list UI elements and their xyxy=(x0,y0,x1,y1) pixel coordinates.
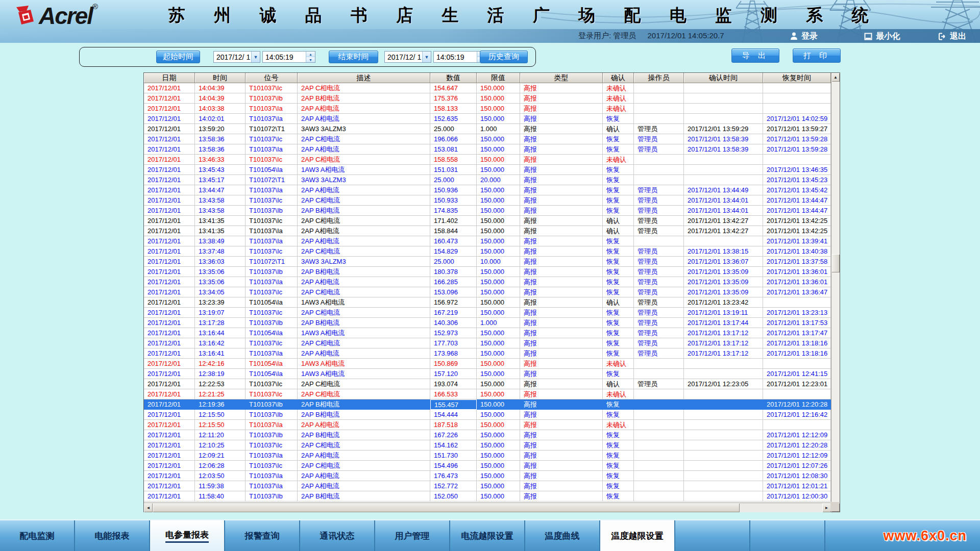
table-row[interactable]: 2017/12/0113:23:39T101054\Ia1AW3 A相电流156… xyxy=(144,297,831,308)
column-header-recover-time[interactable]: 恢复时间 xyxy=(763,73,831,83)
table-row[interactable]: 2017/12/0113:59:20T101072\T13AW3 3ALZM32… xyxy=(144,124,831,134)
login-button[interactable]: 登录 xyxy=(790,30,818,42)
print-button[interactable]: 打 印 xyxy=(793,48,841,63)
table-row[interactable]: 2017/12/0113:16:42T101037\Ic2AP C相电流177.… xyxy=(144,338,831,348)
table-row[interactable]: 2017/12/0113:44:47T101037\Ia2AP A相电流150.… xyxy=(144,185,831,195)
end-time-spinner[interactable]: 14:05:19 ▲▼ xyxy=(433,51,486,63)
scroll-up-icon[interactable]: ▲ xyxy=(831,73,840,82)
cell-time: 13:58:36 xyxy=(195,144,246,155)
tab-用户管理[interactable]: 用户管理 xyxy=(375,520,450,551)
spin-down-icon[interactable]: ▼ xyxy=(306,57,315,62)
column-header-time[interactable]: 时间 xyxy=(195,73,246,83)
table-row[interactable]: 2017/12/0113:43:58T101037\Ib2AP B相电流174.… xyxy=(144,206,831,216)
column-header-type[interactable]: 类型 xyxy=(520,73,603,83)
table-row[interactable]: 2017/12/0113:19:07T101037\Ic2AP C相电流167.… xyxy=(144,308,831,318)
column-header-description[interactable]: 描述 xyxy=(298,73,430,83)
column-header-value[interactable]: 数值 xyxy=(430,73,477,83)
horizontal-scrollbar[interactable]: ◄ ► xyxy=(144,503,831,512)
start-time-button[interactable]: 起始时间 xyxy=(156,51,200,63)
scroll-right-icon[interactable]: ► xyxy=(822,503,831,512)
vertical-scroll-thumb[interactable] xyxy=(831,254,840,272)
table-row[interactable]: 2017/12/0112:11:20T101037\Ib2AP B相电流167.… xyxy=(144,430,831,440)
table-row[interactable]: 2017/12/0114:02:01T101037\Ia2AP A相电流152.… xyxy=(144,114,831,124)
minimize-icon xyxy=(864,33,872,40)
scroll-left-icon[interactable]: ◄ xyxy=(144,503,153,512)
table-row[interactable]: 2017/12/0112:38:19T101054\Ia1AW3 A相电流157… xyxy=(144,369,831,379)
table-row[interactable]: 2017/12/0111:59:38T101037\Ia2AP A相电流152.… xyxy=(144,481,831,491)
table-row[interactable]: 2017/12/0113:38:49T101037\Ia2AP A相电流160.… xyxy=(144,236,831,246)
start-date-picker[interactable]: 2017/12/ 1 ▼ xyxy=(213,51,260,63)
table-row[interactable]: 2017/12/0111:58:40T101037\Ib2AP B相电流152.… xyxy=(144,491,831,502)
table-row[interactable]: 2017/12/0113:37:48T101037\Ic2AP C相电流154.… xyxy=(144,246,831,257)
column-header-tag[interactable]: 位号 xyxy=(246,73,298,83)
table-row[interactable]: 2017/12/0113:35:06T101037\Ia2AP A相电流166.… xyxy=(144,277,831,287)
time-spin-buttons[interactable]: ▲▼ xyxy=(306,52,315,62)
column-header-limit[interactable]: 限值 xyxy=(477,73,520,83)
end-date-picker[interactable]: 2017/12/ 1 ▼ xyxy=(384,51,431,63)
spin-up-icon[interactable]: ▲ xyxy=(306,52,315,57)
table-row[interactable]: 2017/12/0112:42:16T101054\Ia1AW3 A相电流150… xyxy=(144,359,831,369)
tab-电参量报表[interactable]: 电参量报表 xyxy=(150,520,225,551)
table-row[interactable]: 2017/12/0113:16:41T101037\Ia2AP A相电流173.… xyxy=(144,348,831,359)
start-time-spinner[interactable]: 14:05:19 ▲▼ xyxy=(262,51,315,63)
tab-温度曲线[interactable]: 温度曲线 xyxy=(525,520,600,551)
tab-温度越限设置[interactable]: 温度越限设置 xyxy=(600,520,675,551)
table-row[interactable]: 2017/12/0114:04:39T101037\Ic2AP C相电流154.… xyxy=(144,83,831,93)
table-row[interactable]: 2017/12/0112:06:28T101037\Ic2AP C相电流154.… xyxy=(144,461,831,471)
table-row[interactable]: 2017/12/0112:03:50T101037\Ia2AP A相电流176.… xyxy=(144,471,831,481)
tab-报警查询[interactable]: 报警查询 xyxy=(225,520,300,551)
cell-limit: 150.000 xyxy=(477,328,520,338)
table-row-selected[interactable]: 2017/12/0112:19:36T101037\Ib2AP B相电流155.… xyxy=(144,399,831,410)
column-header-operator[interactable]: 操作员 xyxy=(634,73,684,83)
cell-type: 高报 xyxy=(520,144,603,155)
exit-button[interactable]: 退出 xyxy=(938,30,966,42)
minimize-button[interactable]: 最小化 xyxy=(864,30,900,42)
chevron-down-icon[interactable]: ▼ xyxy=(422,52,431,62)
export-button[interactable]: 导 出 xyxy=(731,48,779,63)
cell-description: 2AP A相电流 xyxy=(298,348,430,359)
table-row[interactable]: 2017/12/0113:43:58T101037\Ic2AP C相电流150.… xyxy=(144,195,831,206)
cell-time: 13:36:03 xyxy=(195,257,246,267)
vertical-scrollbar[interactable]: ▲ ▼ xyxy=(831,73,840,512)
tab-电能报表[interactable]: 电能报表 xyxy=(75,520,150,551)
chevron-down-icon[interactable]: ▼ xyxy=(251,52,260,62)
table-row[interactable]: 2017/12/0113:45:17T101072\T13AW3 3ALZM32… xyxy=(144,175,831,185)
cell-recover-time: 2017/12/01 13:37:58 xyxy=(763,257,831,267)
history-query-button[interactable]: 历史查询 xyxy=(480,51,528,63)
cell-tag: T101037\Ia xyxy=(246,185,298,195)
table-row[interactable]: 2017/12/0113:41:35T101037\Ic2AP C相电流171.… xyxy=(144,216,831,226)
table-row[interactable]: 2017/12/0113:58:36T101037\Ic2AP C相电流196.… xyxy=(144,134,831,144)
cell-type: 高报 xyxy=(520,257,603,267)
table-row[interactable]: 2017/12/0113:16:44T101054\Ia1AW3 A相电流152… xyxy=(144,328,831,338)
horizontal-scroll-thumb[interactable] xyxy=(153,503,740,512)
vertical-scroll-track[interactable] xyxy=(831,82,840,503)
table-row[interactable]: 2017/12/0113:34:05T101037\Ic2AP C相电流153.… xyxy=(144,287,831,297)
table-row[interactable]: 2017/12/0112:15:50T101037\Ia2AP A相电流187.… xyxy=(144,420,831,430)
column-header-date[interactable]: 日期 xyxy=(144,73,195,83)
table-row[interactable]: 2017/12/0113:45:43T101054\Ia1AW3 A相电流151… xyxy=(144,165,831,175)
table-row[interactable]: 2017/12/0113:35:06T101037\Ib2AP B相电流180.… xyxy=(144,267,831,277)
column-header-ack-time[interactable]: 确认时间 xyxy=(684,73,763,83)
table-row[interactable]: 2017/12/0113:17:28T101037\Ib2AP B相电流140.… xyxy=(144,318,831,328)
cell-ack-time xyxy=(684,471,763,481)
table-row[interactable]: 2017/12/0114:03:38T101037\Ia2AP A相电流158.… xyxy=(144,104,831,114)
table-row[interactable]: 2017/12/0112:10:25T101037\Ic2AP C相电流154.… xyxy=(144,440,831,450)
cell-limit: 150.000 xyxy=(477,471,520,481)
table-row[interactable]: 2017/12/0112:22:53T101037\Ic2AP C相电流193.… xyxy=(144,379,831,389)
column-header-ack[interactable]: 确认 xyxy=(603,73,634,83)
table-row[interactable]: 2017/12/0112:09:21T101037\Ia2AP A相电流151.… xyxy=(144,450,831,461)
end-time-button[interactable]: 结束时间 xyxy=(329,51,378,63)
horizontal-scroll-track[interactable] xyxy=(740,503,822,512)
table-row[interactable]: 2017/12/0113:41:35T101037\Ia2AP A相电流158.… xyxy=(144,226,831,236)
table-row[interactable]: 2017/12/0113:58:36T101037\Ia2AP A相电流153.… xyxy=(144,144,831,155)
tab-通讯状态[interactable]: 通讯状态 xyxy=(300,520,375,551)
cell-operator xyxy=(634,175,684,185)
tab-电流越限设置[interactable]: 电流越限设置 xyxy=(450,520,525,551)
table-row[interactable]: 2017/12/0113:36:03T101072\T13AW3 3ALZM32… xyxy=(144,257,831,267)
table-row[interactable]: 2017/12/0112:15:50T101037\Ib2AP B相电流154.… xyxy=(144,410,831,420)
table-row[interactable]: 2017/12/0112:21:25T101037\Ic2AP C相电流166.… xyxy=(144,389,831,399)
cell-date: 2017/12/01 xyxy=(144,461,195,471)
table-row[interactable]: 2017/12/0113:46:33T101037\Ic2AP C相电流158.… xyxy=(144,155,831,165)
table-row[interactable]: 2017/12/0114:04:39T101037\Ib2AP B相电流175.… xyxy=(144,93,831,104)
tab-配电监测[interactable]: 配电监测 xyxy=(0,520,75,551)
